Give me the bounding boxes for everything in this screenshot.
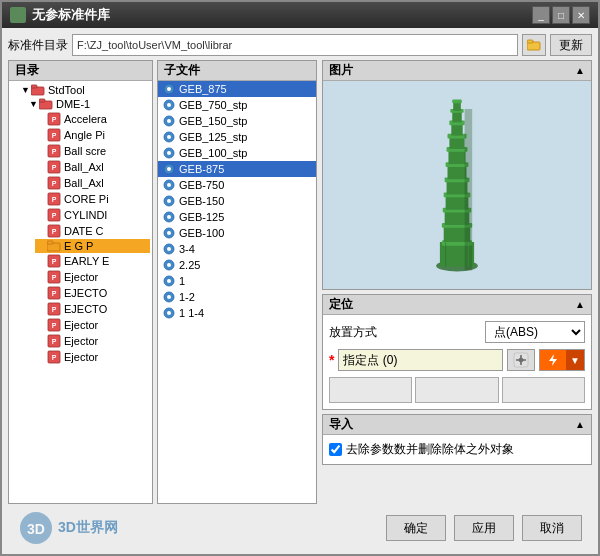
update-button[interactable]: 更新 — [550, 34, 592, 56]
import-collapse-button[interactable]: ▲ — [575, 419, 585, 430]
lightning-main[interactable] — [540, 350, 566, 370]
confirm-button[interactable]: 确定 — [386, 515, 446, 541]
gear-icon-geb875b — [162, 162, 176, 176]
tree-item-ballaxl2[interactable]: P Ball_Axl — [35, 175, 150, 191]
pos-grid-btn-3[interactable] — [502, 377, 585, 403]
subfile-item-geb750[interactable]: GEB-750 — [158, 177, 316, 193]
subfile-item-geb100[interactable]: GEB-100 — [158, 225, 316, 241]
subfile-label-12: 1-2 — [179, 291, 195, 303]
maximize-button[interactable]: □ — [552, 6, 570, 24]
gear-icon-geb125 — [162, 210, 176, 224]
file-icon-ejecto3: P — [47, 302, 61, 316]
subfile-label-geb750stp: GEB_750_stp — [179, 99, 248, 111]
minimize-button[interactable]: _ — [532, 6, 550, 24]
tree-item-ejecto3[interactable]: P EJECTO — [35, 301, 150, 317]
tree-item-ballscre[interactable]: P Ball scre — [35, 143, 150, 159]
tree-item-anglepi[interactable]: P Angle Pi — [35, 127, 150, 143]
subfile-label-geb125: GEB-125 — [179, 211, 224, 223]
subfile-label-geb750: GEB-750 — [179, 179, 224, 191]
tree-label-corepi: CORE Pi — [64, 193, 109, 205]
gear-icon-34 — [162, 242, 176, 256]
tree-item-ejector4[interactable]: P Ejector — [35, 317, 150, 333]
tree-item-dme1[interactable]: ▼ DME-1 — [27, 97, 150, 111]
asterisk-indicator: * — [329, 352, 334, 368]
placement-row: 放置方式 点(ABS) — [329, 321, 585, 343]
gear-icon-geb875 — [162, 82, 176, 96]
import-checkbox[interactable] — [329, 443, 342, 456]
file-icon-ejector4: P — [47, 318, 61, 332]
path-input[interactable] — [72, 34, 518, 56]
point-icon-button[interactable] — [507, 349, 535, 371]
tree-item-ejector6[interactable]: P Ejector — [35, 349, 150, 365]
apply-button[interactable]: 应用 — [454, 515, 514, 541]
tree-item-accelera[interactable]: P Accelera — [35, 111, 150, 127]
subfile-item-225[interactable]: 2.25 — [158, 257, 316, 273]
tree-label-ejector5: Ejector — [64, 335, 98, 347]
title-bar: 无参标准件库 _ □ ✕ — [2, 2, 598, 28]
subfile-label-geb150stp: GEB_150_stp — [179, 115, 248, 127]
tree-item-ejector5[interactable]: P Ejector — [35, 333, 150, 349]
tree-item-corepi[interactable]: P CORE Pi — [35, 191, 150, 207]
subfile-item-geb875[interactable]: GEB_875 — [158, 81, 316, 97]
lightning-button[interactable]: ▼ — [539, 349, 585, 371]
subfile-item-geb125[interactable]: GEB-125 — [158, 209, 316, 225]
file-icon-datec: P — [47, 224, 61, 238]
image-collapse-button[interactable]: ▲ — [575, 65, 585, 76]
tree-item-ejector1[interactable]: P Ejector — [35, 269, 150, 285]
subfile-item-geb100stp[interactable]: GEB_100_stp — [158, 145, 316, 161]
svg-rect-90 — [452, 100, 462, 104]
tree-item-earlye[interactable]: P EARLY E — [35, 253, 150, 269]
file-icon-ejector1: P — [47, 270, 61, 284]
gear-icon-114 — [162, 306, 176, 320]
file-icon-ballscre: P — [47, 144, 61, 158]
point-input[interactable] — [338, 349, 503, 371]
subfile-item-12[interactable]: 1-2 — [158, 289, 316, 305]
pos-grid-btn-1[interactable] — [329, 377, 412, 403]
svg-text:P: P — [52, 164, 57, 171]
tree-item-datec[interactable]: P DATE C — [35, 223, 150, 239]
tree-content[interactable]: ▼ StdTool ▼ DME-1 — [9, 81, 152, 503]
pos-grid-btn-2[interactable] — [415, 377, 498, 403]
positioning-collapse-button[interactable]: ▲ — [575, 299, 585, 310]
subfile-item-geb150[interactable]: GEB-150 — [158, 193, 316, 209]
tree-label-stdtool: StdTool — [48, 84, 85, 96]
svg-rect-3 — [31, 85, 37, 88]
tree-item-ejecto2[interactable]: P EJECTO — [35, 285, 150, 301]
tree-item-ballaxl1[interactable]: P Ball_Axl — [35, 159, 150, 175]
positioning-section-header: 定位 ▲ — [323, 295, 591, 315]
placement-dropdown[interactable]: 点(ABS) — [485, 321, 585, 343]
folder-open-icon — [527, 39, 541, 51]
import-checkbox-row: 去除参数数并删除除体之外对象 — [329, 441, 585, 458]
file-icon-ejecto2: P — [47, 286, 61, 300]
svg-point-41 — [167, 103, 171, 107]
subfile-item-1[interactable]: 1 — [158, 273, 316, 289]
tree-item-stdtool[interactable]: ▼ StdTool — [19, 83, 150, 97]
point-row: * — [329, 349, 585, 371]
subfile-item-geb125stp[interactable]: GEB_125_stp — [158, 129, 316, 145]
tree-label-earlye: EARLY E — [64, 255, 109, 267]
svg-point-45 — [167, 135, 171, 139]
subfile-label-geb125stp: GEB_125_stp — [179, 131, 248, 143]
watermark-logo-icon: 3D — [18, 510, 54, 546]
svg-point-39 — [167, 87, 171, 91]
close-button[interactable]: ✕ — [572, 6, 590, 24]
tree-item-cylindi[interactable]: P CYLINDI — [35, 207, 150, 223]
subfile-item-geb750stp[interactable]: GEB_750_stp — [158, 97, 316, 113]
subfile-item-geb875b[interactable]: GEB-875 — [158, 161, 316, 177]
svg-text:P: P — [52, 180, 57, 187]
subfile-list[interactable]: GEB_875 GEB_750_stp GEB_ — [158, 81, 316, 503]
subfile-item-114[interactable]: 1 1-4 — [158, 305, 316, 321]
tree-item-egp[interactable]: E G P — [35, 239, 150, 253]
folder-icon-egp — [47, 240, 61, 252]
svg-text:P: P — [52, 212, 57, 219]
cancel-button[interactable]: 取消 — [522, 515, 582, 541]
svg-point-67 — [167, 311, 171, 315]
import-section-header: 导入 ▲ — [323, 415, 591, 435]
gear-icon-geb125stp — [162, 130, 176, 144]
browse-button[interactable] — [522, 34, 546, 56]
subfile-item-geb150stp[interactable]: GEB_150_stp — [158, 113, 316, 129]
lightning-dropdown[interactable]: ▼ — [566, 350, 584, 370]
subfile-label-34: 3-4 — [179, 243, 195, 255]
subfile-item-34[interactable]: 3-4 — [158, 241, 316, 257]
svg-text:P: P — [52, 274, 57, 281]
